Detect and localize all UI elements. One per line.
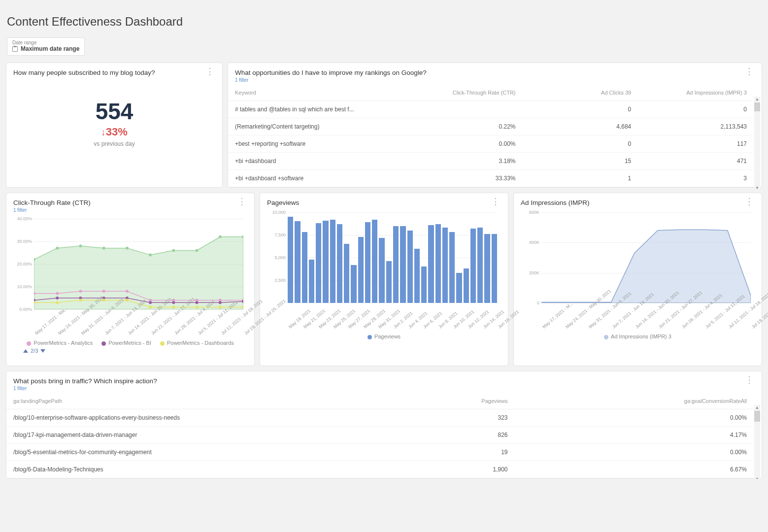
table-row[interactable]: /blog/5-essential-metrics-for-community-… — [6, 444, 754, 461]
filter-link[interactable]: 1 filter — [235, 77, 427, 83]
bar[interactable] — [442, 228, 448, 303]
table-row[interactable]: /blog/17-kpi-management-data-driven-mana… — [6, 427, 754, 444]
legend-ctr: PowerMetrics - Analytics PowerMetrics - … — [13, 337, 247, 348]
svg-point-11 — [56, 292, 59, 295]
posts-table: ga:landingPagePath Pageviews ga:goalConv… — [6, 393, 754, 478]
svg-point-34 — [126, 299, 129, 302]
bar[interactable] — [351, 265, 356, 303]
bar[interactable] — [428, 225, 434, 303]
col-conv[interactable]: ga:goalConversionRateAll — [515, 393, 754, 409]
bar[interactable] — [407, 231, 413, 303]
svg-point-37 — [196, 305, 199, 308]
date-range-label: Date range — [12, 40, 79, 45]
calendar-icon — [12, 46, 18, 52]
bar[interactable] — [477, 228, 483, 303]
table-row[interactable]: # tables and @tables in sql which are be… — [228, 101, 754, 118]
svg-point-2 — [79, 244, 82, 247]
bar[interactable] — [456, 273, 462, 303]
svg-point-25 — [149, 301, 152, 304]
bar[interactable] — [400, 226, 405, 303]
bar[interactable] — [414, 249, 420, 303]
table-row[interactable]: /blog/6-Data-Modeling-Techniques1,9006.6… — [6, 461, 754, 478]
table-row[interactable]: +best +reporting +software0.00%0117 — [228, 135, 754, 153]
kpi-delta: ↓33% — [6, 126, 222, 138]
svg-point-14 — [126, 290, 129, 293]
bar[interactable] — [449, 232, 455, 303]
arrow-down-icon: ↓ — [101, 127, 106, 137]
svg-point-38 — [219, 305, 222, 308]
svg-point-31 — [56, 301, 59, 304]
col-ctr[interactable]: Click-Through Rate (CTR) — [407, 85, 523, 101]
bar[interactable] — [337, 224, 342, 303]
col-pv[interactable]: Pageviews — [275, 393, 514, 409]
table-row[interactable]: (Remarketing/Content targeting)0.22%4,68… — [228, 118, 754, 135]
card-subscribers: How many people subscribed to my blog to… — [6, 63, 223, 188]
legend-prev-icon[interactable] — [23, 349, 28, 353]
menu-icon[interactable]: ⋮ — [744, 199, 755, 204]
kpi-subtext: vs previous day — [6, 140, 222, 147]
bar[interactable] — [484, 234, 490, 303]
svg-point-21 — [56, 297, 59, 299]
bar[interactable] — [365, 222, 370, 303]
col-impr[interactable]: Ad Impressions (IMPR) 3 — [638, 85, 754, 101]
scroll-up-icon[interactable]: ▲ — [754, 405, 760, 411]
bar[interactable] — [288, 217, 293, 303]
menu-icon[interactable]: ⋮ — [236, 199, 247, 204]
menu-icon[interactable]: ⋮ — [744, 377, 755, 382]
bar[interactable] — [435, 224, 441, 303]
menu-icon[interactable]: ⋮ — [490, 199, 501, 204]
bar[interactable] — [393, 226, 399, 303]
bar[interactable] — [330, 220, 335, 303]
bar[interactable] — [302, 232, 307, 303]
bar[interactable] — [464, 268, 469, 303]
svg-point-27 — [196, 301, 199, 304]
bar[interactable] — [379, 238, 384, 303]
bar[interactable] — [295, 221, 300, 303]
table-row[interactable]: +bi +dashboard +software33.33%13 — [228, 170, 754, 187]
bar[interactable] — [372, 220, 377, 303]
menu-icon[interactable]: ⋮ — [744, 69, 755, 74]
scroll-down-icon[interactable]: ▼ — [754, 185, 760, 191]
bar[interactable] — [344, 244, 349, 303]
svg-point-3 — [102, 247, 105, 250]
card-ctr: Click-Through Rate (CTR) 1 filter ⋮ 0.00… — [6, 193, 255, 366]
col-clicks[interactable]: Ad Clicks 39 — [523, 85, 638, 101]
svg-point-35 — [149, 305, 152, 308]
menu-icon[interactable]: ⋮ — [204, 69, 215, 74]
svg-point-13 — [102, 290, 105, 293]
filter-link[interactable]: 1 filter — [13, 386, 157, 391]
svg-point-12 — [79, 290, 82, 293]
bar[interactable] — [470, 229, 476, 303]
bar[interactable] — [309, 260, 314, 303]
card-title-opportunities: What opportunities do I have to improve … — [235, 69, 427, 76]
scroll-thumb[interactable] — [754, 102, 760, 111]
card-opportunities: What opportunities do I have to improve … — [228, 63, 762, 188]
bar[interactable] — [358, 237, 364, 303]
date-range-selector[interactable]: Date range Maximum date range — [7, 37, 85, 56]
bar[interactable] — [421, 266, 427, 303]
col-path[interactable]: ga:landingPagePath — [6, 393, 275, 409]
svg-point-36 — [172, 305, 175, 308]
svg-point-5 — [149, 254, 152, 257]
card-title-posts: What posts bring in traffic? Which inspi… — [13, 377, 157, 385]
legend-next-icon[interactable] — [40, 349, 45, 353]
col-keyword[interactable]: Keyword — [228, 85, 407, 101]
scroll-up-icon[interactable]: ▲ — [754, 97, 760, 102]
svg-point-7 — [196, 249, 199, 252]
page-title: Content Effectiveness Dashboard — [6, 5, 762, 37]
card-posts: What posts bring in traffic? Which inspi… — [6, 371, 762, 479]
bar[interactable] — [492, 234, 497, 303]
filter-link[interactable]: 1 filter — [13, 207, 91, 213]
bar[interactable] — [386, 261, 392, 303]
date-range-value: Maximum date range — [21, 45, 79, 52]
bar[interactable] — [323, 221, 328, 303]
bar[interactable] — [316, 223, 321, 303]
svg-point-6 — [172, 249, 175, 252]
scroll-thumb[interactable] — [754, 411, 760, 422]
svg-point-26 — [172, 301, 175, 304]
table-row[interactable]: +bi +dashboard3.18%15471 — [228, 153, 754, 170]
scroll-down-icon[interactable]: ▼ — [754, 476, 760, 479]
scrollbar[interactable]: ▲ ▼ — [754, 102, 760, 185]
table-row[interactable]: /blog/10-enterprise-software-application… — [6, 409, 754, 427]
scrollbar[interactable]: ▲ ▼ — [754, 411, 760, 476]
